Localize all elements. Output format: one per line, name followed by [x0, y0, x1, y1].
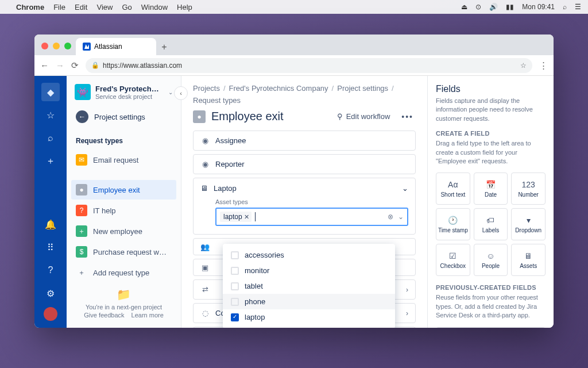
- sidebar-item-email-request[interactable]: ✉ Email request: [71, 150, 176, 170]
- calendar-icon: 📅: [486, 180, 496, 189]
- field-tile-number[interactable]: 123Number: [511, 172, 546, 205]
- wifi-icon[interactable]: ⊙: [475, 3, 481, 11]
- text-cursor: [255, 212, 256, 221]
- nav-reload-button[interactable]: ⟳: [71, 60, 79, 71]
- nav-back-button[interactable]: ←: [40, 60, 49, 70]
- sidebar-footer: 📁 You're in a next-gen project Give feed…: [71, 283, 176, 323]
- breadcrumb-link[interactable]: Projects: [193, 84, 220, 93]
- field-tile-date[interactable]: 📅Date: [474, 172, 508, 205]
- field-tile-short-text[interactable]: AαShort text: [436, 172, 470, 205]
- prev-created-heading: PREVIOUSLY-CREATED FIELDS: [436, 284, 546, 291]
- field-tile-time-stamp[interactable]: 🕐Time stamp: [436, 208, 470, 240]
- sidebar-back-link[interactable]: ← Project settings: [71, 107, 176, 126]
- sidebar-item-label: New employee: [93, 227, 142, 236]
- project-switcher[interactable]: 👾 Fred's Pyrotech… Service desk project …: [71, 84, 176, 107]
- dropdown-option-accessories[interactable]: accessories: [223, 247, 395, 263]
- field-tile-dropdown[interactable]: ▾Dropdown: [511, 208, 546, 240]
- chevron-down-icon[interactable]: ⌄: [402, 184, 408, 193]
- clear-input-icon[interactable]: ⊗: [388, 213, 393, 221]
- field-tile-people[interactable]: ☺People: [474, 244, 508, 276]
- dropdown-option-tablet[interactable]: tablet: [223, 278, 395, 294]
- nav-forward-button[interactable]: →: [56, 60, 64, 70]
- field-icon: ▣: [200, 263, 210, 272]
- checkbox-icon: ☑: [449, 251, 457, 260]
- nav-rail-home-icon[interactable]: ◆: [41, 83, 60, 101]
- chevron-down-icon[interactable]: ⌄: [398, 213, 404, 221]
- sidebar-item-label: Employee exit: [93, 186, 140, 194]
- tile-label: Number: [518, 191, 539, 198]
- sidebar-item-purchase-request[interactable]: $ Purchase request w…: [71, 242, 176, 262]
- field-label: Laptop: [214, 184, 237, 193]
- window-minimize-icon[interactable]: [53, 43, 60, 49]
- nav-rail-avatar[interactable]: [44, 307, 57, 321]
- control-center-icon[interactable]: ☰: [575, 3, 581, 11]
- link-icon: ⇄: [200, 285, 210, 294]
- sidebar-item-it-help[interactable]: ? IT help: [71, 201, 176, 220]
- dropdown-icon: ▾: [527, 216, 531, 225]
- new-tab-button[interactable]: +: [156, 39, 172, 55]
- menu-edit[interactable]: Edit: [75, 3, 87, 12]
- clock[interactable]: Mon 09:41: [522, 3, 555, 11]
- sidebar-item-new-employee[interactable]: ＋ New employee: [71, 221, 176, 241]
- browser-tabbar: Atlassian +: [34, 34, 554, 55]
- chip-label: laptop: [223, 213, 242, 221]
- menu-window[interactable]: Window: [141, 3, 168, 12]
- nav-rail-settings-icon[interactable]: ⚙: [41, 284, 60, 302]
- chevron-down-icon: ⌄: [168, 89, 173, 95]
- project-name: Fred's Pyrotech…: [95, 85, 164, 93]
- airplay-icon[interactable]: ⏏: [461, 3, 467, 11]
- learn-more-link[interactable]: Learn more: [131, 312, 164, 319]
- asset-types-input[interactable]: laptop ✕ ⊗ ⌄: [215, 208, 408, 226]
- people-icon: 👥: [200, 243, 210, 251]
- breadcrumb-link[interactable]: Fred's Pyrotechnics Company: [229, 84, 328, 93]
- edit-workflow-button[interactable]: ⚲ Edit workflow: [332, 109, 395, 124]
- battery-icon[interactable]: ▮▮: [506, 3, 514, 11]
- nav-rail-apps-icon[interactable]: ⠿: [41, 238, 60, 256]
- nav-rail-create-icon[interactable]: ＋: [41, 152, 60, 170]
- field-tile-assets[interactable]: 🖥Assets: [511, 244, 546, 276]
- breadcrumb-link[interactable]: Project settings: [337, 84, 388, 93]
- checkbox-icon: [231, 251, 239, 259]
- menu-go[interactable]: Go: [122, 3, 131, 12]
- nav-rail-help-icon[interactable]: ?: [41, 261, 60, 279]
- text-icon: Aα: [448, 180, 458, 189]
- dropdown-option-monitor[interactable]: monitor: [223, 263, 395, 278]
- field-tile-labels[interactable]: 🏷Labels: [474, 208, 508, 240]
- dropdown-option-laptop[interactable]: laptop: [223, 309, 395, 325]
- person-icon: ◉: [200, 136, 210, 145]
- field-row-reporter[interactable]: ◉ Reporter: [193, 154, 416, 174]
- nav-rail-search-icon[interactable]: ⌕: [41, 129, 60, 147]
- project-icon: 👾: [75, 84, 91, 100]
- menubar-app-name[interactable]: Chrome: [16, 3, 44, 12]
- menu-file[interactable]: File: [53, 3, 65, 12]
- window-close-icon[interactable]: [41, 43, 48, 49]
- volume-icon[interactable]: 🔊: [489, 3, 498, 11]
- menu-help[interactable]: Help: [177, 3, 192, 12]
- bookmark-icon[interactable]: ☆: [520, 62, 527, 70]
- field-label: Reporter: [215, 160, 245, 168]
- option-label: accessories: [245, 251, 284, 259]
- dropdown-option-phone[interactable]: phone: [223, 294, 395, 309]
- nav-rail-star-icon[interactable]: ☆: [41, 106, 60, 124]
- spotlight-icon[interactable]: ⌕: [563, 3, 567, 11]
- field-row-assignee[interactable]: ◉ Assignee: [193, 131, 416, 151]
- menu-view[interactable]: View: [96, 3, 113, 12]
- create-field-heading: CREATE A FIELD: [436, 130, 546, 137]
- nav-rail-notifications-icon[interactable]: 🔔: [41, 215, 60, 233]
- field-tile-checkbox[interactable]: ☑Checkbox: [436, 244, 470, 276]
- url-input[interactable]: 🔒 https://www.atlassian.com ☆: [86, 58, 532, 73]
- sidebar-item-add-request-type[interactable]: ＋ Add request type: [71, 263, 176, 282]
- browser-menu-button[interactable]: ⋮: [539, 60, 548, 71]
- chip-remove-icon[interactable]: ✕: [244, 213, 249, 221]
- window-maximize-icon[interactable]: [64, 43, 71, 49]
- browser-tab[interactable]: Atlassian: [76, 38, 156, 55]
- prev-field-time-tracking[interactable]: ⏱ Time tracking: [436, 327, 546, 328]
- checkbox-icon: [231, 298, 239, 306]
- more-actions-button[interactable]: •••: [399, 110, 416, 124]
- project-subtitle: Service desk project: [95, 93, 164, 100]
- fields-panel-title: Fields: [436, 84, 546, 94]
- edit-workflow-label: Edit workflow: [346, 112, 390, 121]
- browser-address-bar: ← → ⟳ 🔒 https://www.atlassian.com ☆ ⋮: [34, 55, 554, 76]
- give-feedback-link[interactable]: Give feedback: [84, 312, 124, 319]
- sidebar-item-employee-exit[interactable]: ● Employee exit: [71, 180, 176, 200]
